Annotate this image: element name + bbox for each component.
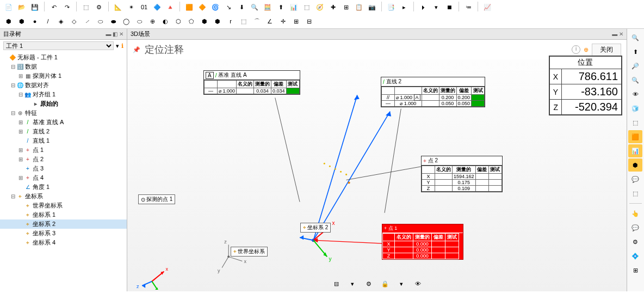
toolbar2-btn-12[interactable]: ◐ [160,16,171,27]
callout-line-a[interactable]: A / 基准 直线 A 名义的测量的偏差测试 —⌀ 1.0000.0340.03… [203,70,300,95]
bottom-btn-4[interactable]: ▾ [396,278,407,289]
right-tool-17[interactable]: ⊞ [628,264,642,277]
tree-item-2[interactable]: ⊞▦探测片体 1 [0,71,127,81]
toolbar1-btn-25[interactable]: ⬚ [301,2,312,13]
toolbar1-btn-30[interactable]: 📷 [367,2,377,13]
toolbar2-btn-0[interactable]: ⬢ [3,16,14,27]
tree-item-4[interactable]: ⊟👥对齐组 1 [0,90,127,99]
right-tool-9[interactable]: ⬢ [628,158,642,172]
toolbar2-btn-10[interactable]: ⬭ [134,16,145,27]
tree-item-1[interactable]: ⊟🔢数据 [0,62,127,71]
toolbar1-btn-22[interactable]: 🧮 [262,2,273,13]
tree-item-16[interactable]: ⌖世界坐标系 [0,201,127,210]
toolbar1-btn-10[interactable]: 📐 [113,2,123,13]
workpiece-select[interactable]: 工件 1 [3,41,114,50]
callout-line-2[interactable]: / 直线 2 名义的测量的偏差测试 //⌀ 1.000 A0.2000.200 … [381,77,485,107]
right-tool-10[interactable]: 💬 [628,173,642,186]
right-tool-14[interactable]: 💬 [628,221,642,234]
tree-item-5[interactable]: ▸原始的 [0,99,127,108]
toolbar1-btn-16[interactable]: 🟧 [184,2,195,13]
toolbar2-btn-15[interactable]: ⬢ [199,16,210,27]
tree-item-14[interactable]: ∠角度 1 [0,182,127,192]
toolbar1-btn-11[interactable]: ✴ [126,2,137,13]
toolbar1-btn-28[interactable]: ⊞ [340,2,351,13]
bottom-btn-5[interactable]: 👁 [412,278,423,289]
toolbar2-btn-3[interactable]: / [42,16,53,27]
tree-item-11[interactable]: ⊞+点 2 [0,155,127,164]
tree-item-15[interactable]: ⊟⌖坐标系 [0,192,127,201]
toolbar2-btn-7[interactable]: ⬭ [95,16,106,27]
tree-item-20[interactable]: ⌖坐标系 4 [0,238,127,247]
toolbar1-btn-33[interactable]: ▸ [399,2,410,13]
panel-controls[interactable]: ▬ ◧ ✕ [106,31,123,37]
tree-item-17[interactable]: ⌖坐标系 1 [0,210,127,219]
toolbar1-btn-39[interactable]: ≔ [463,2,474,13]
scene-panel-controls[interactable]: ▬ ✕ [612,31,623,37]
tree-item-6[interactable]: ⊟⊛特征 [0,108,127,118]
right-tool-6[interactable]: ⬚ [628,116,642,129]
toolbar2-btn-19[interactable]: ⌒ [251,16,262,27]
right-tool-1[interactable]: ⬆ [628,45,642,58]
toolbar1-btn-4[interactable]: ↶ [48,2,59,13]
right-tool-5[interactable]: 🧊 [628,102,642,115]
toolbar1-btn-0[interactable]: 📄 [3,2,14,13]
tree-item-8[interactable]: ⊞/直线 2 [0,127,127,136]
toolbar2-btn-1[interactable]: ⬢ [16,16,27,27]
toolbar2-btn-6[interactable]: ⟋ [82,16,92,27]
right-tool-4[interactable]: 👁 [628,88,642,101]
info-icon[interactable]: ℹ [121,42,123,50]
tree-item-9[interactable]: /直线 1 [0,136,127,145]
probe-point-label[interactable]: ⊙探测的点 1 [138,194,175,204]
toolbar2-btn-2[interactable]: ● [29,16,40,27]
toolbar2-btn-13[interactable]: ⬡ [173,16,184,27]
tree-item-0[interactable]: 🔶无标题 - 工件 1 [0,53,127,62]
bottom-btn-2[interactable]: ⚙ [363,278,374,289]
toolbar2-btn-14[interactable]: ⬠ [186,16,197,27]
toolbar1-btn-20[interactable]: ⬇ [236,2,247,13]
toolbar1-btn-13[interactable]: 🔷 [152,2,163,13]
toolbar1-btn-14[interactable]: 🔺 [165,2,176,13]
right-tool-7[interactable]: 🟧 [628,130,642,143]
toolbar1-btn-1[interactable]: 📂 [16,2,27,13]
toolbar1-btn-2[interactable]: 💾 [29,2,40,13]
right-tool-3[interactable]: 🔍 [628,74,642,87]
tree-item-13[interactable]: ⊞+点 4 [0,173,127,182]
cs2-label[interactable]: ⌖坐标系 2 [300,223,331,233]
toolbar1-btn-7[interactable]: ⬚ [81,2,91,13]
toolbar1-btn-26[interactable]: 🧭 [314,2,325,13]
toolbar2-btn-21[interactable]: ✛ [277,16,288,27]
dropdown-icon[interactable]: ▾ [116,42,119,50]
toolbar2-btn-11[interactable]: ⊕ [147,16,158,27]
world-cs-label[interactable]: ⌖世界坐标系 [231,247,268,257]
toolbar2-btn-17[interactable]: r [225,16,236,27]
bottom-btn-3[interactable]: 🔒 [380,278,391,289]
callout-point-2[interactable]: + 点 2 名义的测量的偏差测试 X1594.162 Y0.175 Z0.109 [421,156,503,192]
toolbar1-btn-41[interactable]: 📈 [482,2,493,13]
tree-item-3[interactable]: ⊟🌐数据对齐 [0,81,127,90]
target-icon[interactable]: ⊕ [584,46,589,53]
toolbar2-btn-22[interactable]: ⊞ [290,16,301,27]
toolbar2-btn-9[interactable]: ◯ [121,16,132,27]
toolbar1-btn-5[interactable]: ↷ [61,2,72,13]
toolbar2-btn-4[interactable]: ◈ [55,16,66,27]
toolbar2-btn-20[interactable]: ∠ [264,16,275,27]
tree-item-12[interactable]: +点 3 [0,164,127,173]
pin-icon[interactable]: 📌 [133,46,140,53]
toolbar1-btn-27[interactable]: ✚ [327,2,338,13]
toolbar2-btn-18[interactable]: ⬚ [238,16,249,27]
info-circle-icon[interactable]: i [572,45,580,54]
toolbar1-btn-18[interactable]: 🌀 [210,2,221,13]
tree-item-19[interactable]: ⌖坐标系 3 [0,229,127,238]
right-tool-8[interactable]: 📊 [628,144,642,157]
right-tool-15[interactable]: ⚙ [628,235,642,248]
toolbar1-btn-21[interactable]: 🔍 [249,2,260,13]
callout-point-1[interactable]: + 点 1 名义的测量的偏差测试 X0.000 Y0.000 Z0.000 [382,224,463,260]
toolbar1-btn-12[interactable]: 01 [139,2,150,13]
bottom-btn-1[interactable]: ▾ [347,278,358,289]
toolbar2-btn-16[interactable]: ⬢ [212,16,223,27]
toolbar1-btn-24[interactable]: 📊 [288,2,299,13]
toolbar2-btn-5[interactable]: ◇ [69,16,79,27]
tree-item-18[interactable]: ⌖坐标系 2 [0,219,127,229]
toolbar1-btn-19[interactable]: ↘ [223,2,234,13]
toolbar1-btn-23[interactable]: ⬆ [275,2,286,13]
